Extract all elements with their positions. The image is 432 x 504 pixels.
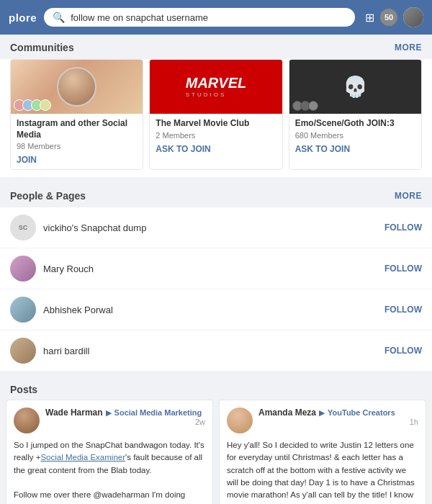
community-name-1: The Marvel Movie Club — [156, 118, 276, 130]
community-thumb-0 — [11, 60, 143, 114]
post-meta-0: Wade Harman ▶ Social Media Marketing 2w — [45, 408, 205, 426]
people-header: People & Pages MORE — [0, 183, 432, 207]
person-avatar-1 — [10, 256, 36, 282]
post-author-row-0: Wade Harman ▶ Social Media Marketing — [45, 408, 205, 418]
community-thumb-1: MARVEL STUDIOS — [150, 60, 282, 114]
posts-header: Posts — [0, 377, 432, 400]
community-thumb-2: 💀 — [289, 60, 421, 114]
avatar-image — [403, 7, 423, 27]
grid-icon[interactable]: ⊞ — [365, 11, 374, 24]
post-card-1: Amanda Meza ▶ YouTube Creators 1h Hey y'… — [219, 400, 426, 504]
post-author-row-1: Amanda Meza ▶ YouTube Creators — [258, 408, 418, 418]
person-name-2: Abhishek Porwal — [43, 305, 384, 315]
post-author-1: Amanda Meza — [258, 408, 316, 418]
post-avatar-0 — [14, 408, 40, 433]
community-card-1: MARVEL STUDIOS The Marvel Movie Club 2 M… — [149, 59, 282, 170]
people-title: People & Pages — [10, 190, 86, 202]
dark-thumb: 💀 — [289, 60, 421, 114]
post-time-0: 2w — [195, 418, 205, 426]
post-card-0: Wade Harman ▶ Social Media Marketing 2w … — [6, 400, 213, 504]
communities-more[interactable]: MORE — [395, 42, 422, 53]
header-icons: ⊞ 50 — [365, 7, 423, 27]
post-link-0[interactable]: Social Media Examiner — [40, 453, 125, 462]
communities-title: Communities — [10, 42, 74, 53]
people-section: People & Pages MORE SC vickiho's Snapcha… — [0, 183, 432, 371]
search-input[interactable] — [71, 12, 346, 23]
community-name-2: Emo/Scene/Goth JOIN:3 — [295, 118, 415, 130]
follow-button-3[interactable]: FOLLOW — [384, 346, 422, 356]
arrow-icon-1: ▶ — [319, 408, 325, 418]
communities-cards: Instagram and other Social Media 98 Memb… — [0, 59, 432, 170]
person-row-3[interactable]: harri bardill FOLLOW — [0, 330, 432, 371]
user-avatar[interactable] — [403, 7, 423, 27]
person-name-3: harri bardill — [43, 346, 384, 356]
person-avatar-2 — [10, 297, 36, 323]
community-members-1: 2 Members — [156, 131, 276, 140]
post-header-0: Wade Harman ▶ Social Media Marketing 2w — [14, 408, 205, 433]
person-row-2[interactable]: Abhishek Porwal FOLLOW — [0, 289, 432, 330]
person-name-1: Mary Rouch — [43, 264, 384, 274]
marvel-logo-text: MARVEL — [186, 76, 246, 90]
person-row-0[interactable]: SC vickiho's Snapchat dump FOLLOW — [0, 207, 432, 248]
arrow-icon-0: ▶ — [106, 408, 112, 418]
community-card-0: Instagram and other Social Media 98 Memb… — [10, 59, 143, 170]
community-info-0: Instagram and other Social Media 98 Memb… — [11, 114, 143, 169]
marvel-thumb: MARVEL STUDIOS — [150, 60, 282, 114]
communities-section: Communities MORE — [0, 35, 432, 177]
post-avatar-1 — [227, 408, 253, 433]
follow-button-2[interactable]: FOLLOW — [384, 305, 422, 315]
post-meta-1: Amanda Meza ▶ YouTube Creators 1h — [258, 408, 418, 426]
person-avatar-0: SC — [10, 215, 36, 240]
follow-button-1[interactable]: FOLLOW — [384, 264, 422, 274]
follow-button-0[interactable]: FOLLOW — [384, 222, 422, 233]
person-avatar-3 — [10, 338, 36, 364]
post-group-1[interactable]: YouTube Creators — [328, 408, 395, 417]
community-action-1[interactable]: ASK TO JOIN — [156, 144, 276, 154]
posts-grid: Wade Harman ▶ Social Media Marketing 2w … — [0, 400, 432, 504]
marvel-sub-text: STUDIOS — [186, 91, 246, 98]
community-info-2: Emo/Scene/Goth JOIN:3 680 Members ASK TO… — [289, 114, 421, 158]
post-group-0[interactable]: Social Media Marketing — [114, 408, 202, 417]
community-members-2: 680 Members — [295, 131, 415, 140]
post-header-1: Amanda Meza ▶ YouTube Creators 1h — [227, 408, 418, 433]
communities-header: Communities MORE — [0, 35, 432, 59]
search-bar[interactable]: 🔍 — [44, 8, 355, 27]
community-action-2[interactable]: ASK TO JOIN — [295, 144, 415, 154]
community-card-2: 💀 Emo/Scene/Goth JOIN:3 680 Members ASK … — [289, 59, 422, 170]
community-info-1: The Marvel Movie Club 2 Members ASK TO J… — [150, 114, 282, 158]
search-icon: 🔍 — [53, 12, 65, 23]
posts-section: Posts Wade Harman ▶ Social Media Marketi… — [0, 377, 432, 504]
people-more[interactable]: MORE — [395, 191, 422, 201]
post-body-0: So I jumped on the SnapChat bandwagon to… — [14, 439, 205, 504]
header: plore 🔍 ⊞ 50 — [0, 0, 432, 35]
community-name-0: Instagram and other Social Media — [17, 118, 137, 140]
post-author-0: Wade Harman — [45, 408, 103, 418]
post-body-1: Hey y'all! So I decided to write Justin … — [227, 439, 418, 504]
person-row-1[interactable]: Mary Rouch FOLLOW — [0, 248, 432, 289]
notification-badge[interactable]: 50 — [380, 9, 397, 26]
post-time-1: 1h — [410, 418, 418, 426]
person-name-0: vickiho's Snapchat dump — [43, 222, 384, 233]
posts-title: Posts — [10, 384, 37, 395]
app-logo: plore — [9, 12, 37, 24]
community-members-0: 98 Members — [17, 142, 137, 150]
community-action-0[interactable]: JOIN — [17, 155, 137, 165]
